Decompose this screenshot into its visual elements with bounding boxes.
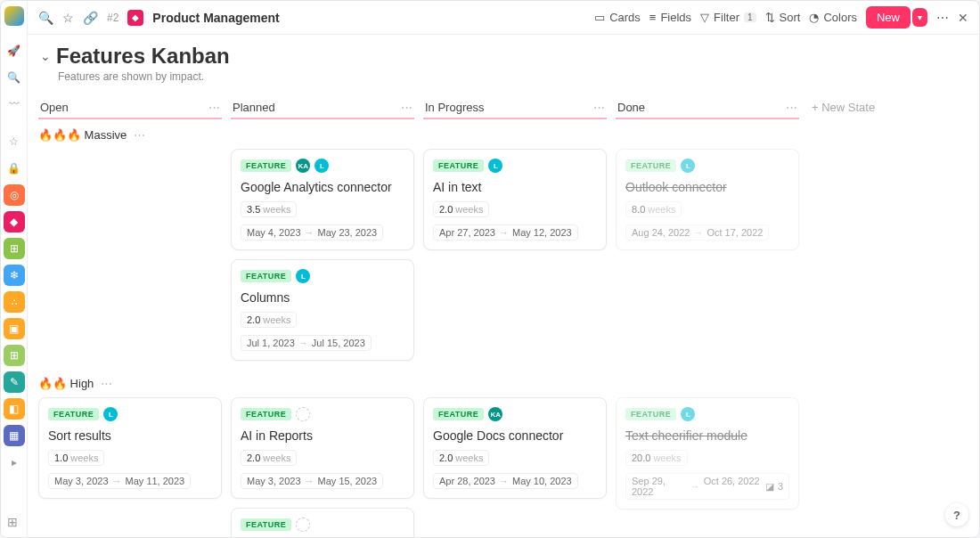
kanban-card[interactable]: FEATURELOutlook connector8.0weeksAug 24,… (616, 149, 799, 250)
apps-icon[interactable]: ⊞ (7, 515, 18, 529)
new-dropdown[interactable]: ▾ (912, 8, 927, 27)
duration-badge: 20.0weeks (625, 450, 688, 466)
card-title: Columns (241, 290, 404, 305)
fields-button[interactable]: ≡Fields (649, 11, 691, 24)
swimlane-header[interactable]: 🔥🔥 High⋯ (38, 377, 968, 390)
subtask-icon: ◪ (765, 481, 774, 493)
feature-tag: FEATURE (625, 159, 676, 172)
sidebar-space-10[interactable]: ▦ (4, 425, 25, 446)
duration-badge: 2.0weeks (433, 450, 489, 466)
colors-button[interactable]: ◔Colors (809, 11, 857, 24)
close-icon[interactable]: ✕ (958, 11, 968, 25)
column-header: Done⋯ (616, 97, 799, 119)
card-title: AI in text (433, 180, 597, 194)
kanban-card[interactable]: FEATUREKALGoogle Analytics connector3.5w… (231, 149, 414, 250)
date-range: Sep 29, 2022 → Oct 26, 2022 ◪ 3 (625, 473, 789, 500)
duration-badge: 8.0weeks (625, 201, 682, 217)
more-icon[interactable]: ⋯ (936, 11, 949, 25)
activity-icon[interactable]: 〰 (4, 94, 25, 115)
sidebar-space-9[interactable]: ◧ (4, 398, 25, 420)
avatar[interactable]: L (314, 159, 329, 173)
avatar[interactable]: KA (488, 407, 502, 421)
date-range: Apr 28, 2023 → May 10, 2023 (433, 473, 578, 489)
sidebar-space-7[interactable]: ⊞ (4, 345, 25, 366)
feature-tag: FEATURE (48, 408, 99, 420)
lock-icon[interactable]: 🔒 (4, 158, 25, 179)
kanban-card[interactable]: FEATUREKAGoogle Docs connector2.0weeksAp… (423, 397, 607, 499)
help-button[interactable]: ? (945, 503, 968, 526)
sidebar-space-4[interactable]: ❄ (4, 265, 25, 286)
column-more-icon[interactable]: ⋯ (593, 101, 605, 114)
kanban-card[interactable]: FEATURELColumns2.0weeksJul 1, 2023 → Jul… (231, 259, 414, 361)
sidebar-space-6[interactable]: ▣ (4, 318, 25, 339)
card-title: Outlook connector (625, 180, 789, 194)
duration-badge: 1.0weeks (48, 450, 104, 466)
kanban-card[interactable]: FEATURELText cheerifier module20.0weeksS… (616, 397, 799, 509)
sidebar-space-1[interactable]: ◎ (4, 184, 25, 206)
page-title: Features Kanban (56, 44, 230, 69)
sidebar-space-2[interactable]: ◆ (4, 211, 25, 232)
date-range: Apr 27, 2023 → May 12, 2023 (433, 224, 578, 240)
duration-badge: 2.0weeks (433, 201, 489, 217)
favorite-icon[interactable]: ☆ (62, 11, 74, 25)
feature-tag: FEATURE (625, 408, 676, 420)
link-icon[interactable]: 🔗 (83, 11, 98, 25)
feature-tag: FEATURE (433, 159, 484, 172)
kanban-card[interactable]: FEATURETheme support◪ 3 (231, 508, 414, 537)
sidebar-space-8[interactable]: ✎ (4, 371, 25, 393)
kanban-card[interactable]: FEATURELAI in text2.0weeksApr 27, 2023 →… (423, 149, 607, 250)
sidebar-space-5[interactable]: ⛬ (4, 291, 25, 313)
topbar: 🔍 ☆ 🔗 #2 ◆ Product Management ▭Cards ≡Fi… (28, 1, 979, 35)
date-range: Jul 1, 2023 → Jul 15, 2023 (241, 335, 372, 351)
space-icon: ◆ (127, 10, 143, 26)
date-range: May 3, 2023 → May 15, 2023 (241, 473, 383, 489)
column-more-icon[interactable]: ⋯ (786, 101, 797, 114)
duration-badge: 2.0weeks (241, 450, 297, 466)
column-header: In Progress⋯ (423, 97, 607, 119)
swimlane-more-icon[interactable]: ⋯ (101, 377, 112, 390)
column-header: Open⋯ (38, 97, 222, 119)
avatar[interactable] (296, 518, 310, 532)
column-more-icon[interactable]: ⋯ (401, 101, 412, 114)
column-more-icon[interactable]: ⋯ (208, 101, 220, 114)
avatar[interactable]: L (681, 159, 695, 173)
date-range: May 4, 2023 → May 23, 2023 (241, 224, 383, 240)
sort-button[interactable]: ⇅Sort (765, 11, 801, 24)
star-icon[interactable]: ☆ (4, 131, 25, 152)
new-button[interactable]: New (866, 6, 911, 29)
space-name[interactable]: Product Management (152, 11, 279, 25)
rocket-icon[interactable]: 🚀 (4, 40, 25, 61)
card-title: AI in Reports (241, 428, 404, 443)
search-icon[interactable]: 🔍 (38, 11, 53, 25)
left-sidebar: 🚀 🔍 〰 ☆ 🔒 ◎ ◆ ⊞ ❄ ⛬ ▣ ⊞ ✎ ◧ ▦ ▸ ⊞ (1, 1, 28, 537)
sidebar-space-3[interactable]: ⊞ (4, 238, 25, 259)
page-subtitle: Features are shown by impact. (58, 70, 967, 83)
feature-tag: FEATURE (241, 518, 291, 531)
card-title: Sort results (48, 428, 212, 443)
swimlane-more-icon[interactable]: ⋯ (134, 128, 145, 142)
search-icon[interactable]: 🔍 (4, 67, 25, 88)
new-state-button[interactable]: + New State (808, 97, 968, 119)
card-title: Google Docs connector (433, 428, 597, 443)
app-logo[interactable] (4, 6, 24, 26)
collapse-icon[interactable]: ⌄ (40, 49, 51, 63)
avatar[interactable]: L (103, 407, 118, 421)
avatar[interactable]: L (296, 269, 310, 283)
date-range: Aug 24, 2022 → Oct 17, 2022 (625, 224, 769, 240)
filter-button[interactable]: ▽Filter1 (700, 11, 755, 24)
kanban-card[interactable]: FEATUREAI in Reports2.0weeksMay 3, 2023 … (231, 397, 414, 499)
avatar[interactable] (296, 407, 310, 421)
kanban-card[interactable]: FEATURELSort results1.0weeksMay 3, 2023 … (38, 397, 222, 499)
reference-id: #2 (107, 12, 118, 24)
card-title: Google Analytics connector (241, 180, 404, 194)
swimlane-header[interactable]: 🔥🔥🔥 Massive⋯ (38, 128, 968, 142)
cards-button[interactable]: ▭Cards (594, 11, 641, 24)
feature-tag: FEATURE (433, 408, 484, 420)
expand-icon[interactable]: ▸ (4, 452, 25, 473)
avatar[interactable]: L (681, 407, 695, 421)
avatar[interactable]: KA (296, 159, 310, 173)
date-range: May 3, 2023 → May 11, 2023 (48, 473, 191, 489)
column-header: Planned⋯ (231, 97, 414, 119)
feature-tag: FEATURE (241, 270, 291, 282)
avatar[interactable]: L (488, 159, 502, 173)
